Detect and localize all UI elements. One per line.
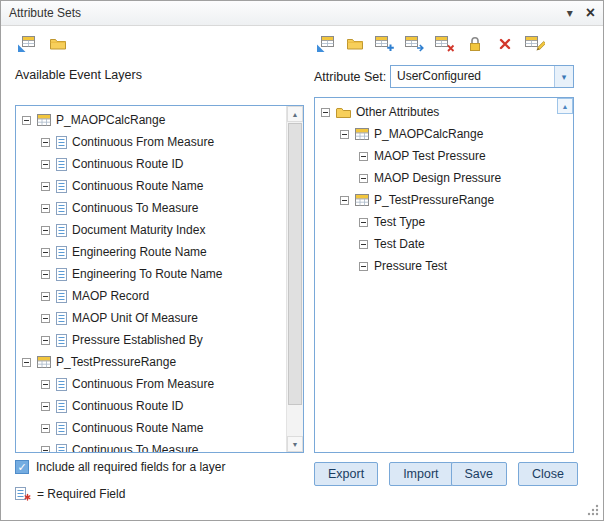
tree-item-label: Test Date	[374, 237, 425, 251]
expander-minus-icon[interactable]	[359, 152, 368, 161]
resize-grip[interactable]	[587, 504, 599, 516]
scroll-down-icon[interactable]: ▼	[287, 436, 303, 452]
table-arrow-icon[interactable]	[314, 33, 335, 54]
tree-item[interactable]: Engineering To Route Name	[16, 263, 286, 285]
include-required-checkbox[interactable]: ✓	[15, 460, 29, 474]
expander-minus-icon[interactable]	[41, 424, 50, 433]
scrollbar-thumb[interactable]	[288, 123, 302, 405]
expander-minus-icon[interactable]	[359, 218, 368, 227]
expander-minus-icon[interactable]	[41, 204, 50, 213]
expander-minus-icon[interactable]	[41, 270, 50, 279]
table-icon	[355, 194, 369, 206]
tree-item[interactable]: P_MAOPCalcRange	[16, 109, 286, 131]
tree-item-label: Continuous From Measure	[72, 377, 214, 391]
folder-open-icon[interactable]	[47, 33, 68, 54]
tree-item[interactable]: P_TestPressureRange	[315, 189, 556, 211]
required-field-label: = Required Field	[37, 487, 125, 501]
folder-icon	[336, 106, 351, 118]
table-icon	[37, 356, 51, 368]
tree-item-label: Continuous Route Name	[72, 179, 203, 193]
table-arrow-icon[interactable]	[15, 33, 36, 54]
tree-item[interactable]: Pressure Test	[315, 255, 556, 277]
tree-item[interactable]: Continuous Route ID	[16, 153, 286, 175]
dock-arrow-icon[interactable]: ▾	[567, 7, 573, 19]
expander-minus-icon[interactable]	[41, 446, 50, 453]
field-icon	[56, 444, 67, 453]
tree-item[interactable]: Continuous From Measure	[16, 373, 286, 395]
tree-item[interactable]: P_MAOPCalcRange	[315, 123, 556, 145]
tree-item[interactable]: MAOP Test Pressure	[315, 145, 556, 167]
table-edit-icon[interactable]	[524, 33, 545, 54]
tree-item[interactable]: Continuous Route Name	[16, 175, 286, 197]
field-icon	[56, 224, 67, 237]
expander-minus-icon[interactable]	[41, 138, 50, 147]
expander-minus-icon[interactable]	[22, 358, 31, 367]
expander-minus-icon[interactable]	[22, 116, 31, 125]
titlebar-buttons: ▾ ×	[567, 5, 595, 21]
expander-minus-icon[interactable]	[41, 336, 50, 345]
expander-minus-icon[interactable]	[41, 248, 50, 257]
tree-item[interactable]: Continuous To Measure	[16, 197, 286, 219]
expander-minus-icon[interactable]	[359, 262, 368, 271]
tree-item[interactable]: Document Maturity Index	[16, 219, 286, 241]
save-button[interactable]: Save	[451, 462, 508, 486]
tree-item-label: Engineering To Route Name	[72, 267, 223, 281]
expander-minus-icon[interactable]	[359, 174, 368, 183]
tree-item-label: Continuous Route ID	[72, 157, 183, 171]
close-icon[interactable]: ×	[586, 5, 595, 21]
tree-item-label: Continuous Route Name	[72, 421, 203, 435]
expander-minus-icon[interactable]	[41, 402, 50, 411]
import-button[interactable]: Import	[389, 462, 452, 486]
table-remove-icon[interactable]	[434, 33, 455, 54]
lock-icon[interactable]	[464, 33, 485, 54]
tree-item-label: Continuous Route ID	[72, 399, 183, 413]
delete-x-icon[interactable]	[494, 33, 515, 54]
tree-item[interactable]: MAOP Record	[16, 285, 286, 307]
scroll-up-icon[interactable]: ▲	[287, 106, 303, 122]
field-icon	[56, 290, 67, 303]
table-plus-icon[interactable]	[374, 33, 395, 54]
tree-item-label: P_MAOPCalcRange	[374, 127, 483, 141]
export-button[interactable]: Export	[314, 462, 378, 486]
expander-minus-icon[interactable]	[41, 292, 50, 301]
tree-item[interactable]: Continuous To Measure	[16, 439, 286, 452]
tree-item[interactable]: Pressure Established By	[16, 329, 286, 351]
tree-item-label: Document Maturity Index	[72, 223, 205, 237]
scroll-up-icon[interactable]: ▲	[557, 98, 573, 114]
field-icon	[56, 312, 67, 325]
tree-item[interactable]: Continuous Route ID	[16, 395, 286, 417]
tree-item[interactable]: Engineering Route Name	[16, 241, 286, 263]
tree-item[interactable]: MAOP Unit Of Measure	[16, 307, 286, 329]
combo-arrow-icon[interactable]: ▾	[554, 66, 573, 87]
expander-minus-icon[interactable]	[41, 380, 50, 389]
close-button[interactable]: Close	[518, 462, 578, 486]
tree-item[interactable]: Continuous From Measure	[16, 131, 286, 153]
expander-minus-icon[interactable]	[41, 160, 50, 169]
expander-minus-icon[interactable]	[41, 314, 50, 323]
table-insert-icon[interactable]	[404, 33, 425, 54]
tree-item[interactable]: Other Attributes	[315, 101, 556, 123]
window-title: Attribute Sets	[9, 6, 81, 20]
tree-item-label: P_TestPressureRange	[56, 355, 176, 369]
field-icon	[56, 378, 67, 391]
expander-minus-icon[interactable]	[340, 130, 349, 139]
expander-minus-icon[interactable]	[321, 108, 330, 117]
expander-minus-icon[interactable]	[340, 196, 349, 205]
tree-item[interactable]: Test Date	[315, 233, 556, 255]
left-scrollbar[interactable]: ▲ ▼	[286, 106, 303, 452]
tree-item-label: Continuous To Measure	[72, 443, 199, 452]
tree-item[interactable]: Test Type	[315, 211, 556, 233]
field-icon	[56, 246, 67, 259]
folder-open-icon[interactable]	[344, 33, 365, 54]
attribute-set-dropdown[interactable]: UserConfigured ▾	[390, 65, 574, 88]
check-icon: ✓	[17, 462, 26, 473]
expander-minus-icon[interactable]	[41, 182, 50, 191]
tree-item-label: MAOP Record	[72, 289, 149, 303]
tree-item[interactable]: MAOP Design Pressure	[315, 167, 556, 189]
required-field-legend: = Required Field	[15, 487, 125, 501]
expander-minus-icon[interactable]	[41, 226, 50, 235]
tree-item[interactable]: P_TestPressureRange	[16, 351, 286, 373]
tree-item[interactable]: Continuous Route Name	[16, 417, 286, 439]
attribute-set-panel: Other AttributesP_MAOPCalcRangeMAOP Test…	[314, 97, 574, 453]
expander-minus-icon[interactable]	[359, 240, 368, 249]
